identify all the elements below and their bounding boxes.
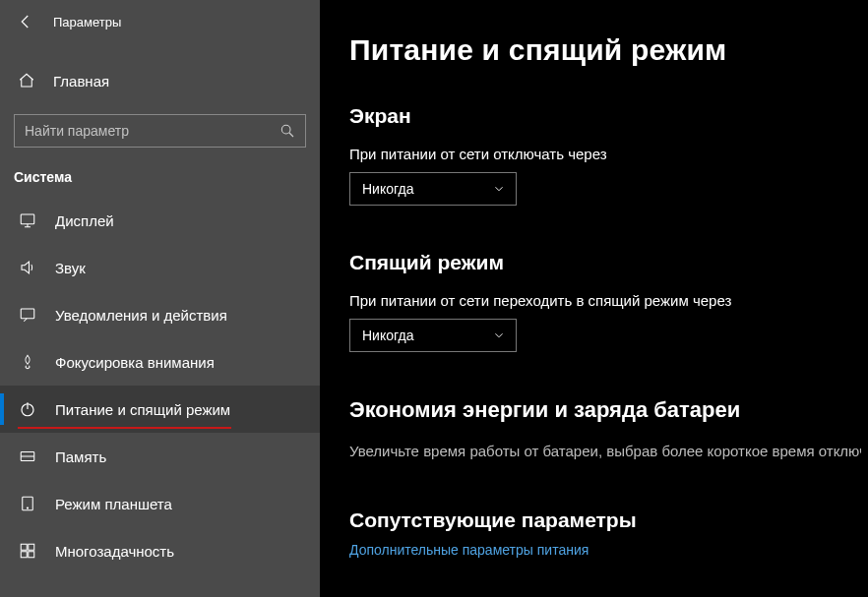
screen-off-label: При питании от сети отключать через <box>349 146 868 162</box>
svg-point-0 <box>281 125 290 134</box>
additional-power-link[interactable]: Дополнительные параметры питания <box>349 542 868 558</box>
sidebar-item-label: Уведомления и действия <box>55 307 227 324</box>
window-header: Параметры <box>0 0 320 43</box>
sidebar-item-label: Фокусировка внимания <box>55 354 215 371</box>
svg-rect-7 <box>21 544 27 550</box>
svg-rect-9 <box>21 552 27 558</box>
sleep-select[interactable]: Никогда <box>349 319 517 352</box>
back-button[interactable] <box>12 8 39 35</box>
search-container <box>14 114 306 148</box>
sidebar-item-label: Питание и спящий режим <box>55 401 230 418</box>
notifications-icon <box>18 306 37 324</box>
display-icon <box>18 211 37 229</box>
main-panel: Питание и спящий режим Экран При питании… <box>320 0 868 597</box>
screen-section-heading: Экран <box>349 104 868 128</box>
sleep-label: При питании от сети переходить в спящий … <box>349 292 868 309</box>
home-nav[interactable]: Главная <box>0 61 320 100</box>
sidebar-item-label: Многозадачность <box>55 543 174 560</box>
multitask-icon <box>18 542 37 560</box>
window-title: Параметры <box>53 15 121 30</box>
svg-rect-10 <box>29 552 34 558</box>
svg-rect-2 <box>21 309 34 319</box>
storage-icon <box>18 448 37 465</box>
screen-off-select[interactable]: Никогда <box>349 172 517 206</box>
settings-window: Параметры Главная Система Д <box>0 0 868 597</box>
sidebar-item-storage[interactable]: Память <box>0 433 320 480</box>
page-title: Питание и спящий режим <box>349 33 868 67</box>
sidebar-item-tablet[interactable]: Режим планшета <box>0 480 320 527</box>
accent-bar <box>0 393 4 425</box>
search-box[interactable] <box>14 114 306 148</box>
home-label: Главная <box>53 73 109 90</box>
sleep-value: Никогда <box>362 328 413 343</box>
svg-rect-8 <box>29 544 34 550</box>
sidebar-item-sound[interactable]: Звук <box>0 244 320 291</box>
battery-section-heading: Экономия энергии и заряда батареи <box>349 397 868 423</box>
svg-point-6 <box>27 507 28 508</box>
sidebar-item-display[interactable]: Дисплей <box>0 197 320 244</box>
sidebar-item-label: Память <box>55 448 106 465</box>
related-heading: Сопутствующие параметры <box>349 508 868 532</box>
chevron-down-icon <box>492 328 506 342</box>
home-icon <box>18 72 35 90</box>
focus-icon <box>18 353 37 371</box>
battery-desc: Увеличьте время работы от батареи, выбра… <box>349 441 861 461</box>
nav-list: Дисплей Звук Уведомления и действия <box>0 197 320 597</box>
category-label: Система <box>14 169 320 185</box>
sidebar-item-label: Звук <box>55 260 86 276</box>
search-input[interactable] <box>15 123 270 139</box>
sidebar-item-power[interactable]: Питание и спящий режим <box>0 386 320 433</box>
power-icon <box>18 400 37 418</box>
sound-icon <box>18 259 37 276</box>
sidebar-item-label: Режим планшета <box>55 496 172 512</box>
search-icon <box>270 123 305 139</box>
sleep-section-heading: Спящий режим <box>349 251 868 274</box>
tablet-icon <box>18 495 37 512</box>
screen-off-value: Никогда <box>362 181 413 197</box>
sidebar-item-focus[interactable]: Фокусировка внимания <box>0 338 320 386</box>
back-arrow-icon <box>17 13 34 30</box>
sidebar: Параметры Главная Система Д <box>0 0 320 597</box>
chevron-down-icon <box>492 182 506 196</box>
sidebar-item-multitask[interactable]: Многозадачность <box>0 527 320 574</box>
sidebar-item-notifications[interactable]: Уведомления и действия <box>0 291 320 338</box>
svg-rect-1 <box>21 214 34 224</box>
red-underline <box>18 427 231 429</box>
sidebar-item-label: Дисплей <box>55 212 114 229</box>
